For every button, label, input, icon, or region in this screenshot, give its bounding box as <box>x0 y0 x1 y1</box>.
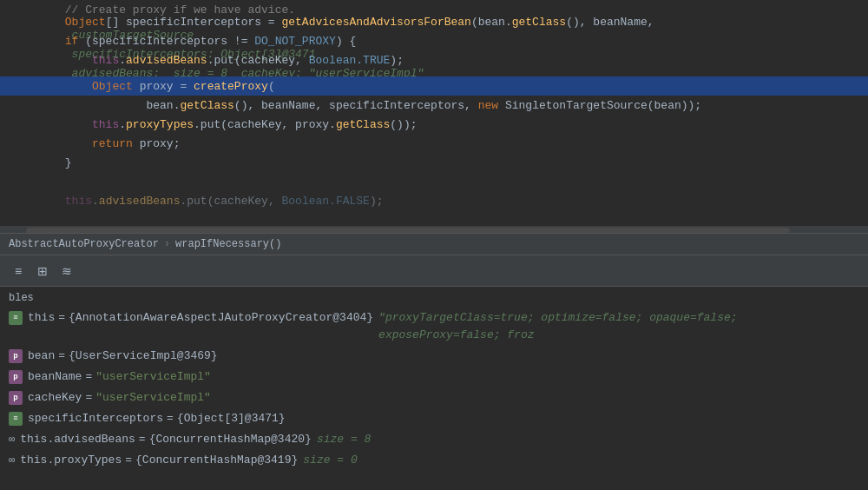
panel-section-label: bles <box>0 290 868 308</box>
scrollbar-thumb[interactable] <box>26 228 790 233</box>
var-item-bean: p bean = {UserServiceImpl@3469} <box>0 346 868 367</box>
var-value-bean: {UserServiceImpl@3469} <box>69 348 218 365</box>
var-eq-interceptors: = <box>167 410 174 427</box>
code-editor: // Create proxy if we have advice. Objec… <box>0 0 868 226</box>
var-value-beanname: "userServiceImpl" <box>95 368 211 386</box>
var-name-bean: bean <box>28 348 55 365</box>
var-icon-beanname: p <box>9 370 23 384</box>
var-name-proxytypes: this.proxyTypes <box>20 452 122 469</box>
code-scrollbar[interactable] <box>0 226 868 233</box>
var-name-cachekey: cacheKey <box>28 389 82 407</box>
var-item-advisedbeans: ∞ this.advisedBeans = {ConcurrentHashMap… <box>0 429 868 450</box>
breadcrumb-method[interactable]: wrapIfNecessary() <box>175 238 281 250</box>
var-item-cachekey: p cacheKey = "userServiceImpl" <box>0 387 868 408</box>
var-eq-this: = <box>58 309 65 327</box>
var-name-interceptors: specificInterceptors <box>28 410 163 427</box>
list-view-button[interactable]: ≡ <box>9 262 28 281</box>
var-value-cachekey: "userServiceImpl" <box>95 389 211 407</box>
var-item-this: ≡ this = {AnnotationAwareAspectJAutoProx… <box>0 308 868 346</box>
code-line-11: this.advisedBeans.put(cacheKey, Boolean.… <box>0 191 868 210</box>
var-icon-proxytypes: ∞ <box>9 452 15 469</box>
breadcrumb-separator: › <box>164 238 170 250</box>
table-view-button[interactable]: ⊞ <box>33 262 52 281</box>
line-content-11: this.advisedBeans.put(cacheKey, Boolean.… <box>24 182 384 221</box>
var-name-advisedbeans: this.advisedBeans <box>20 431 135 448</box>
var-hint-advisedbeans: size = 8 <box>317 431 371 448</box>
var-icon-cachekey: p <box>9 391 23 405</box>
variables-panel: bles ≡ this = {AnnotationAwareAspectJAut… <box>0 287 868 490</box>
var-icon-advisedbeans: ∞ <box>9 431 15 448</box>
debug-toolbar: ≡ ⊞ ≋ <box>0 255 868 287</box>
var-eq-cachekey: = <box>85 389 92 407</box>
var-icon-this: ≡ <box>9 311 23 325</box>
code-line-9: } <box>0 153 868 172</box>
var-value-this: {AnnotationAwareAspectJAutoProxyCreator@… <box>69 309 373 327</box>
var-value-interceptors: {Object[3]@3471} <box>177 410 286 427</box>
var-name-beanname: beanName <box>28 368 82 386</box>
var-value-proxytypes: {ConcurrentHashMap@3419} <box>135 452 298 469</box>
settings-button[interactable]: ≋ <box>57 262 76 281</box>
var-eq-bean: = <box>58 348 65 365</box>
breadcrumb-bar: AbstractAutoProxyCreator › wrapIfNecessa… <box>0 233 868 255</box>
var-item-proxytypes: ∞ this.proxyTypes = {ConcurrentHashMap@3… <box>0 450 868 471</box>
var-hint-proxytypes: size = 0 <box>303 452 357 469</box>
var-icon-interceptors: ≡ <box>9 412 23 426</box>
var-name-this: this <box>28 309 55 327</box>
var-icon-bean: p <box>9 349 23 363</box>
var-item-beanname: p beanName = "userServiceImpl" <box>0 367 868 387</box>
debug-panel: ≡ ⊞ ≋ bles ≡ this = {AnnotationAwareAspe… <box>0 255 868 490</box>
var-value-advisedbeans: {ConcurrentHashMap@3420} <box>149 431 312 448</box>
var-hint-this: "proxyTargetClass=true; optimize=false; … <box>378 309 859 344</box>
var-eq-proxytypes: = <box>125 452 132 469</box>
var-item-interceptors: ≡ specificInterceptors = {Object[3]@3471… <box>0 408 868 429</box>
var-eq-advisedbeans: = <box>139 431 146 448</box>
var-eq-beanname: = <box>85 368 92 386</box>
code-line-8: return proxy; <box>0 134 868 153</box>
breadcrumb-class[interactable]: AbstractAutoProxyCreator <box>9 238 159 250</box>
